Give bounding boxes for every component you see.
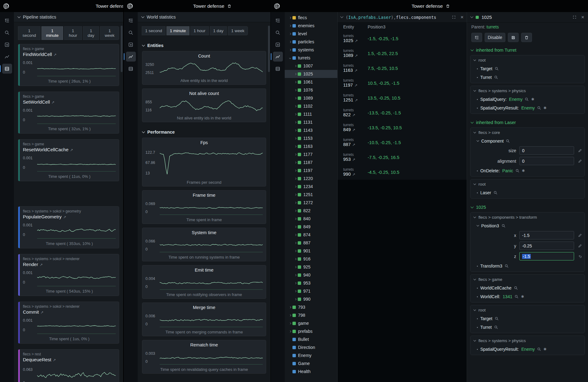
field-edit-icon[interactable] (577, 254, 583, 259)
tree-item[interactable]: 1076 (285, 86, 337, 94)
tree-item[interactable]: 916 (285, 255, 337, 263)
query-result-row[interactable]: turrets 1197↗ 10.5, -0.25, -1.5 (338, 76, 467, 91)
tree-item[interactable]: level (285, 30, 337, 38)
expand-arrow-icon[interactable] (293, 210, 298, 212)
tree-item[interactable]: enemies (285, 22, 337, 30)
tree-item[interactable]: systems (285, 46, 337, 54)
component-group-header[interactable]: root (470, 55, 585, 64)
stats-panel-icon[interactable] (273, 64, 283, 74)
expand-arrow-icon[interactable] (293, 154, 298, 155)
tree-item[interactable]: 1251 (285, 191, 337, 199)
collapse-chevron-icon[interactable] (340, 15, 344, 18)
expand-arrow-icon[interactable] (293, 114, 298, 115)
tree-item[interactable]: 925 (285, 263, 337, 271)
component-group-header[interactable]: root (470, 179, 585, 188)
expand-panel-icon[interactable] (452, 15, 456, 19)
system-link[interactable]: PopulateGeometry↗ (23, 214, 116, 219)
expand-arrow-icon[interactable] (288, 57, 292, 59)
inspector-section-header[interactable]: inherited from Turret (467, 44, 588, 54)
tree-item[interactable]: 887 (285, 239, 337, 247)
expand-arrow-icon[interactable] (288, 331, 292, 332)
tree-item[interactable]: 1089 (285, 94, 337, 102)
component-group-header[interactable]: flecs > components > transform (470, 212, 585, 221)
expand-arrow-icon[interactable] (293, 89, 298, 91)
tree-item[interactable]: 1143 (285, 126, 337, 134)
tree-panel-icon[interactable] (2, 15, 12, 25)
result-entity-cell[interactable]: turrets 1251↗ (343, 93, 368, 103)
expand-arrow-icon[interactable] (293, 258, 298, 260)
chart-panel-icon[interactable] (273, 52, 283, 62)
expand-arrow-icon[interactable] (293, 178, 298, 179)
traverse-icon[interactable]: ✱ (531, 97, 534, 101)
collapse-chevron-icon[interactable] (470, 15, 473, 18)
expand-arrow-icon[interactable] (293, 186, 298, 187)
entity-id-link[interactable]: 1251↗ (343, 97, 368, 103)
chart-panel-icon[interactable] (2, 52, 12, 62)
time-range-button[interactable]: 1 minute (166, 26, 189, 35)
expand-arrow-icon[interactable] (293, 266, 298, 268)
scrollbar-thumb[interactable] (121, 26, 123, 72)
tree-item[interactable]: 840 (285, 215, 337, 223)
entity-id-link[interactable]: 1025↗ (343, 38, 368, 44)
system-link[interactable]: Commit↗ (23, 309, 116, 315)
scrollbar-thumb[interactable] (268, 26, 270, 72)
traverse-icon[interactable]: ✱ (543, 347, 547, 351)
tree-item[interactable]: 971 (285, 287, 337, 295)
time-range-button[interactable]: 1 day (83, 26, 99, 40)
expand-arrow-icon[interactable] (293, 226, 298, 228)
query-result-row[interactable]: turrets 1089↗ 1.5, -0.25, 22.5 (338, 46, 467, 61)
section-header[interactable]: Entities (138, 39, 270, 51)
save-button[interactable] (508, 33, 519, 42)
time-range-button[interactable]: 1 second (18, 26, 41, 40)
expand-arrow-icon[interactable] (293, 146, 298, 147)
tree-item[interactable]: 1234 (285, 182, 337, 191)
expand-arrow-icon[interactable] (293, 97, 298, 99)
inspector-section-header[interactable]: inherited from Laser (467, 116, 588, 127)
field-edit-icon[interactable] (577, 148, 583, 153)
result-entity-cell[interactable]: turrets 887↗ (343, 138, 368, 148)
expand-arrow-icon[interactable] (288, 315, 292, 316)
close-icon[interactable]: × (460, 15, 464, 20)
disable-button[interactable]: Disable (485, 33, 505, 42)
result-entity-cell[interactable]: turrets 1197↗ (343, 78, 368, 88)
tree-item[interactable]: 1111 (285, 110, 337, 118)
tree-item[interactable]: 901 (285, 247, 337, 255)
tree-item[interactable]: game (285, 319, 337, 327)
query-result-row[interactable]: turrets 990↗ -4.5, -0.25, 10.5 (338, 165, 467, 180)
parent-link[interactable]: turrets (486, 24, 499, 29)
expand-arrow-icon[interactable] (293, 138, 298, 139)
result-entity-cell[interactable]: turrets 1025↗ (343, 34, 368, 44)
expand-arrow-icon[interactable] (293, 282, 298, 284)
tree-item[interactable]: Direction (285, 343, 337, 351)
expand-arrow-icon[interactable] (293, 218, 298, 220)
field-edit-icon[interactable] (577, 244, 583, 248)
field-input[interactable]: 0 (519, 157, 574, 165)
tree-item[interactable]: 1272 (285, 199, 337, 207)
delete-entity-button[interactable] (521, 33, 532, 42)
query-result-row[interactable]: turrets 822↗ -13.5, -0.25, -1.5 (338, 105, 467, 120)
tree-item[interactable]: 849 (285, 223, 337, 231)
search-icon[interactable] (537, 106, 541, 110)
component-group-header[interactable]: flecs > core (470, 128, 585, 137)
result-entity-cell[interactable]: turrets 1089↗ (343, 49, 368, 58)
time-range-button[interactable]: 1 hour (64, 26, 82, 40)
pair-value-link[interactable]: 1341 (503, 294, 512, 299)
result-entity-cell[interactable]: turrets 953↗ (343, 152, 368, 162)
search-icon[interactable] (494, 325, 498, 329)
entity-id-link[interactable]: 849↗ (343, 127, 368, 133)
system-link[interactable]: Render↗ (23, 262, 116, 267)
expand-arrow-icon[interactable] (293, 290, 298, 292)
search-icon[interactable] (525, 97, 529, 101)
inspector-panel-icon[interactable] (273, 40, 283, 49)
tree-item[interactable]: particles (285, 38, 337, 46)
tree-item[interactable]: 1197 (285, 166, 337, 174)
tree-item[interactable]: 1187 (285, 158, 337, 166)
system-link[interactable]: FindWorldCell↗ (23, 52, 116, 57)
expand-arrow-icon[interactable] (293, 162, 298, 163)
tree-item[interactable]: 1163 (285, 142, 337, 150)
expand-arrow-icon[interactable] (288, 41, 292, 43)
pipeline-panel-header[interactable]: Pipeline statistics (14, 12, 123, 22)
system-link[interactable]: DequeueRest↗ (23, 357, 116, 362)
search-icon[interactable] (495, 67, 499, 71)
tree-item[interactable]: Health (285, 367, 337, 376)
